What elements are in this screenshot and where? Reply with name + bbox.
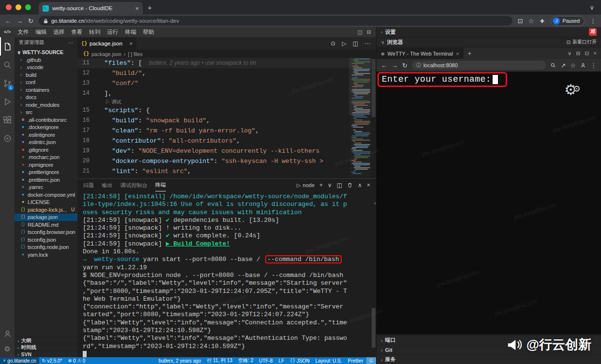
webview-menu-icon[interactable]: ⋮ xyxy=(590,62,597,69)
manage-gear-icon[interactable]: ⚙ xyxy=(4,345,10,353)
source-control-icon[interactable]: 1 xyxy=(0,74,15,92)
tree-folder-build[interactable]: ›build xyxy=(15,71,77,79)
layout-status[interactable]: Layout: U.S. xyxy=(313,357,345,364)
codelens-debug[interactable]: ▷ 调试 xyxy=(77,99,371,105)
browser-menu-icon[interactable]: ⋮ xyxy=(590,17,596,25)
terminal[interactable]: [21:24:58] [esinstall] /home/ide/workspa… xyxy=(77,191,371,357)
sidebar-section-时间线[interactable]: ›时间线 xyxy=(15,344,77,350)
tree-file-.prettierignore[interactable]: ●.prettierignore xyxy=(15,169,77,176)
tree-file-package.json[interactable]: {}package.json xyxy=(15,214,77,221)
remote-indicator[interactable]: ⚡go.titanide.cn xyxy=(0,357,39,364)
tree-file-.mocharc.json[interactable]: ●.mocharc.json xyxy=(15,154,77,161)
split-editor-icon[interactable]: ◫ xyxy=(353,40,358,47)
panel-section-服务[interactable]: ›服务 xyxy=(376,354,601,364)
editor-scrollbar[interactable] xyxy=(371,58,376,178)
tree-folder-conf[interactable]: ›conf xyxy=(15,79,77,87)
tree-file-docker-compose.yml[interactable]: ●docker-compose.yml xyxy=(15,191,77,199)
explorer-icon[interactable] xyxy=(0,37,15,56)
version-status[interactable]: ↻v2.5.0* xyxy=(39,357,65,364)
zoom-window-button[interactable] xyxy=(25,4,31,10)
tree-file-tsconfig.node.json[interactable]: {}tsconfig.node.json xyxy=(15,244,77,251)
maximize-panel-icon[interactable]: ∧ xyxy=(358,182,362,189)
webview-close-icon[interactable]: × xyxy=(594,50,597,57)
run-debug-icon[interactable] xyxy=(0,92,15,111)
close-webview-tab-icon[interactable]: × xyxy=(456,51,459,57)
layout-customize-icon[interactable]: ⊟ xyxy=(367,29,371,35)
menu-item-选择[interactable]: 选择 xyxy=(50,29,68,36)
tree-folder-docs[interactable]: ›docs xyxy=(15,94,77,102)
open-new-window-button[interactable]: ⊡ 新窗口打开 xyxy=(567,39,597,45)
close-tab-icon[interactable]: × xyxy=(135,5,139,12)
settings-section-header[interactable]: › 设置 邓 xyxy=(376,27,601,37)
extensions-icon[interactable] xyxy=(0,111,15,129)
menu-item-转到[interactable]: 转到 xyxy=(86,29,104,36)
search-icon[interactable] xyxy=(0,56,15,74)
terminal-scrollbar-thumb[interactable] xyxy=(372,308,376,348)
user-badge[interactable]: 邓 xyxy=(589,28,597,36)
minimap[interactable] xyxy=(350,58,370,178)
code-area[interactable]: 11 "files": [butlerx, 2 years ago • use … xyxy=(77,58,371,178)
browser-section-header[interactable]: ∨ 浏览器 ⊡ 新窗口打开 xyxy=(376,37,601,47)
webview-address-bar[interactable]: ⓘ localhost:8080 xyxy=(412,61,546,70)
open-changes-icon[interactable]: ⊙ xyxy=(331,40,335,47)
remote-workspace-icon[interactable] xyxy=(0,129,15,147)
tree-file-README.md[interactable]: ⓘREADME.md xyxy=(15,221,77,229)
problems-status[interactable]: ⊗0⚠0 xyxy=(65,357,89,364)
sidebar-section-SVN[interactable]: ›SVN xyxy=(15,350,77,357)
webview-minimize-icon[interactable]: ⊟ xyxy=(576,50,580,57)
back-icon[interactable]: ← xyxy=(5,17,11,25)
encoding-status[interactable]: UTF-8 xyxy=(256,357,275,364)
tree-file-.eslintignore[interactable]: ●.eslintignore xyxy=(15,131,77,139)
tab-search-icon[interactable]: ∨ xyxy=(589,4,594,11)
wetty-terminal[interactable]: Enter your username: ⚙⚙ xyxy=(376,72,601,335)
tree-file-.all-contributorsrc[interactable]: ⚙.all-contributorsrc xyxy=(15,116,77,124)
extensions-puzzle-icon[interactable] xyxy=(539,18,545,24)
tree-folder-.vscode[interactable]: ›.vscode xyxy=(15,64,77,72)
webview-back-icon[interactable]: ← xyxy=(381,62,387,69)
explorer-more-icon[interactable]: ⋯ xyxy=(68,40,74,45)
webview-popout-icon[interactable]: ⊡ xyxy=(585,50,589,57)
editor-tab-package-json[interactable]: {} package.json × xyxy=(77,37,136,50)
sidebar-section-大纲[interactable]: ›大纲 xyxy=(15,337,77,344)
tree-file-.gitignore[interactable]: ◆.gitignore xyxy=(15,146,77,154)
close-window-button[interactable] xyxy=(6,4,12,10)
split-terminal-icon[interactable]: ◫ xyxy=(337,182,342,189)
language-status[interactable]: {}JSON xyxy=(287,357,312,364)
terminal-dropdown-icon[interactable]: ∨ xyxy=(328,182,332,189)
reload-icon[interactable]: ↻ xyxy=(28,17,33,25)
kill-terminal-trash-icon[interactable] xyxy=(347,182,353,188)
menu-item-帮助[interactable]: 帮助 xyxy=(139,29,157,36)
new-terminal-icon[interactable]: + xyxy=(319,182,323,189)
webview-share-icon[interactable]: ↗ xyxy=(560,62,566,69)
menu-item-编辑[interactable]: 编辑 xyxy=(32,29,50,36)
notifications-bell[interactable] xyxy=(366,357,376,364)
webview-tab[interactable]: ◉ WeTTY - The Web Terminal × xyxy=(376,48,464,59)
tree-file-.prettierrc.json[interactable]: ●.prettierrc.json xyxy=(15,176,77,184)
panel-tab-调试控制台[interactable]: 调试控制台 xyxy=(120,179,148,191)
tree-folder-.github[interactable]: ›.github xyxy=(15,56,77,64)
panel-tab-问题[interactable]: 问题 xyxy=(83,179,94,191)
tree-folder-containers[interactable]: ›containers xyxy=(15,86,77,94)
run-file-icon[interactable]: ▷ xyxy=(342,40,346,47)
tree-file-LICENSE[interactable]: ●LICENSE xyxy=(15,199,77,206)
webview-dropdown-icon[interactable]: ∨ xyxy=(568,50,571,57)
save-page-icon[interactable]: ⊡ xyxy=(518,17,523,25)
tree-file-.npmignore[interactable]: ●.npmignore xyxy=(15,161,77,169)
tree-file-.eslintrc.json[interactable]: ●.eslintrc.json xyxy=(15,139,77,146)
tree-folder-src[interactable]: ›src xyxy=(15,109,77,116)
panel-tab-输出[interactable]: 输出 xyxy=(102,179,112,191)
workspace-section-header[interactable]: ∨ WETTY-SOURCE xyxy=(15,48,77,56)
blame-status[interactable]: butlerx, 2 years ago xyxy=(156,357,204,364)
webview-reload-icon[interactable]: ↻ xyxy=(402,62,407,69)
indentation-status[interactable]: 空格: 2 xyxy=(235,357,256,364)
webview-profile-icon[interactable] xyxy=(580,62,586,68)
tree-file-yarn.lock[interactable]: ●yarn.lock xyxy=(15,251,77,259)
bookmark-star-icon[interactable]: ☆ xyxy=(528,17,534,25)
minimize-window-button[interactable] xyxy=(15,4,21,10)
tree-file-tsconfig.browser.json[interactable]: {}tsconfig.browser.json xyxy=(15,229,77,236)
menu-item-文件[interactable]: 文件 xyxy=(14,29,32,36)
menu-item-查看[interactable]: 查看 xyxy=(68,29,86,36)
profile-button[interactable]: J Paused xyxy=(551,16,585,26)
editor-more-icon[interactable]: ⋯ xyxy=(364,40,370,47)
tree-file-.yarnrc[interactable]: ●.yarnrc xyxy=(15,184,77,191)
